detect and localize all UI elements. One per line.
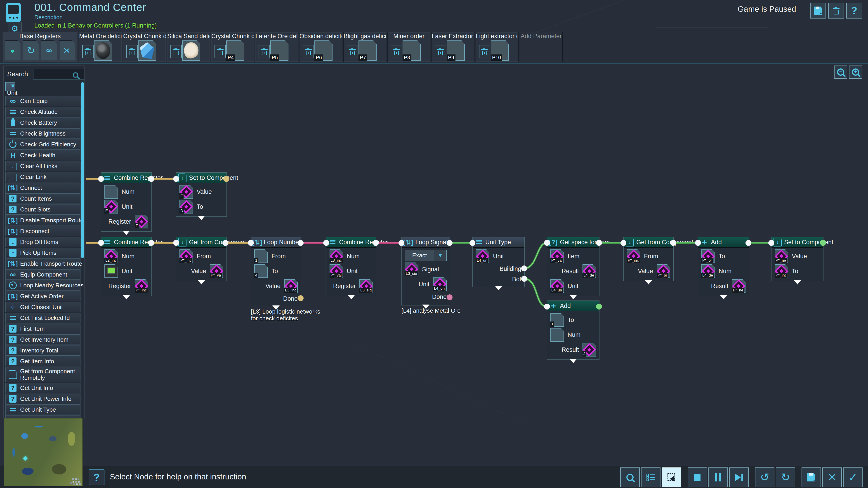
value-slot[interactable]: L4_un xyxy=(433,278,447,291)
value-slot[interactable]: D xyxy=(180,200,193,214)
sidebar-item-check-altitude[interactable]: Check Altitude xyxy=(5,107,81,117)
node-unit-type[interactable]: Unit TypeL4_unUnitBuildingBot xyxy=(472,237,525,287)
value-slot[interactable]: E xyxy=(104,200,118,214)
value-slot[interactable]: 1 xyxy=(254,250,268,263)
node-add-2[interactable]: +Add1ToNumResultJ xyxy=(547,300,599,360)
sidebar-item-enable-transport-route[interactable]: [⇅]Enable Transport Route xyxy=(5,258,81,269)
value-slot[interactable]: 1 xyxy=(550,313,564,327)
delete-parameter-button[interactable] xyxy=(303,45,314,58)
parameter-item-slot[interactable]: P4 xyxy=(226,40,244,61)
node-loop-signal[interactable]: [⇅]Loop SignalExact▼L3_sigSignalUnitL4_u… xyxy=(401,237,450,305)
canvas-zoom-in-button[interactable]: + xyxy=(849,66,862,78)
tab-parameter-8[interactable]: Miner orderP8 xyxy=(388,32,430,62)
register-slot-converge[interactable]: ↘↙↗↖ xyxy=(59,40,75,60)
node-header[interactable]: +Add xyxy=(547,301,599,311)
value-slot[interactable]: P*_inc xyxy=(180,250,193,263)
tab-parameter-7[interactable]: Blight gas deficiteP7 xyxy=(343,32,386,62)
sidebar-item-first-item[interactable]: ?First Item xyxy=(5,324,81,334)
delete-parameter-button[interactable] xyxy=(215,45,226,58)
redo-button[interactable]: ↻ xyxy=(776,467,795,487)
step-button[interactable] xyxy=(729,467,749,487)
tab-parameter-6[interactable]: Obsidian deficiteP6 xyxy=(299,32,342,62)
sidebar-item-connect[interactable]: [⇅]Connect xyxy=(5,183,81,193)
sidebar-item-disable-transport-route[interactable]: [⇅]Disable Transport Route xyxy=(5,215,81,225)
minimap[interactable] xyxy=(4,418,83,486)
value-slot[interactable]: J xyxy=(583,343,596,357)
match-mode-dropdown[interactable]: Exact▼ xyxy=(405,250,447,261)
delete-parameter-button[interactable] xyxy=(82,45,94,58)
exec-out-arrow[interactable] xyxy=(123,231,130,235)
header-help-button[interactable]: ? xyxy=(846,3,862,19)
node-get-from-component-1[interactable]: ↓Get from ComponentP*_incFromValueP*_va xyxy=(176,237,227,281)
sidebar-scrollbar[interactable] xyxy=(81,82,84,258)
node-combine-register-1[interactable]: Combine RegisterNumEUnitRegisterF xyxy=(101,172,152,232)
parameter-item-slot[interactable] xyxy=(138,40,156,61)
node-header[interactable]: Combine Register xyxy=(327,237,376,248)
exec-out-arrow[interactable] xyxy=(794,280,801,285)
sidebar-item-count-items[interactable]: ?Count Items xyxy=(5,193,81,204)
register-slot-link[interactable]: ∞ xyxy=(41,40,57,60)
value-slot[interactable]: L4_de xyxy=(702,264,715,278)
sidebar-item-unit[interactable]: ▼Unit xyxy=(5,82,16,91)
value-slot[interactable]: L4_un xyxy=(550,279,564,293)
value-slot[interactable]: P*_inc xyxy=(775,264,788,278)
sidebar-item-get-unit-type[interactable]: Get Unit Type xyxy=(5,404,81,415)
value-slot[interactable]: P*_val xyxy=(330,264,343,278)
sidebar-item-count-slots[interactable]: ?Count Slots xyxy=(5,204,81,215)
exec-out-arrow[interactable] xyxy=(495,286,502,290)
node-combine-register-2[interactable]: Combine RegisterL2_incNumUnitRegisterP*_… xyxy=(101,237,152,296)
value-slot[interactable]: P*_inc xyxy=(135,279,148,293)
node-combine-register-3[interactable]: Combine RegisterL3_incNumP*_valUnitRegis… xyxy=(326,237,376,296)
node-header[interactable]: Combine Register xyxy=(101,237,151,248)
register-slot-loop[interactable]: ↻ xyxy=(23,40,39,60)
parameter-item-slot[interactable]: P9 xyxy=(447,40,465,61)
exec-out-arrow[interactable] xyxy=(272,305,280,310)
sidebar-item-drop-off-items[interactable]: ↓Drop Off Items xyxy=(5,237,81,247)
value-slot[interactable]: F xyxy=(135,215,148,228)
value-slot[interactable]: L3_sig xyxy=(405,263,418,276)
delete-parameter-button[interactable] xyxy=(258,45,270,58)
parameter-item-slot[interactable]: P10 xyxy=(491,40,509,61)
sidebar-item-get-unit-info[interactable]: ?Get Unit Info xyxy=(5,383,81,393)
value-slot[interactable]: L3_sig xyxy=(360,279,373,293)
value-slot[interactable]: P*_ne xyxy=(775,250,788,263)
sidebar-item-inventory-total[interactable]: ?Inventory Total xyxy=(5,345,81,356)
value-slot[interactable]: P*_pr xyxy=(657,264,670,278)
tab-parameter-2[interactable]: Crystal Chunk deficite xyxy=(123,32,166,62)
parameter-item-slot[interactable] xyxy=(94,40,112,61)
tab-parameter-4[interactable]: Crystal Chunk dP4 xyxy=(211,32,254,62)
sidebar-item-loop-nearby-resources[interactable]: Loop Nearby Resources xyxy=(5,280,81,291)
exec-out-arrow[interactable] xyxy=(348,295,355,299)
stop-button[interactable] xyxy=(688,467,707,487)
delete-parameter-button[interactable] xyxy=(126,45,138,58)
value-slot[interactable] xyxy=(104,185,118,199)
confirm-button[interactable]: ✓ xyxy=(843,467,863,487)
sidebar-item-check-health[interactable]: HCheck Health xyxy=(5,150,81,160)
node-header[interactable]: ↓Set to Component xyxy=(176,173,226,183)
undo-button[interactable]: ↺ xyxy=(755,467,774,487)
canvas-zoom-out-button[interactable]: − xyxy=(834,66,847,78)
register-slot-signal[interactable]: ›› xyxy=(5,40,21,60)
value-slot[interactable]: P*_inc xyxy=(627,250,640,263)
exec-out-arrow[interactable] xyxy=(645,280,652,285)
node-set-to-component-1[interactable]: ↓Set to ComponentFValueDTo xyxy=(176,172,227,217)
value-slot[interactable]: 4 xyxy=(254,264,268,278)
delete-parameter-button[interactable] xyxy=(435,45,446,58)
exec-out-arrow[interactable] xyxy=(123,295,130,299)
sidebar-item-clear-link[interactable]: ↓Clear Link xyxy=(5,172,81,182)
exec-out-arrow[interactable] xyxy=(198,280,205,285)
value-slot[interactable] xyxy=(550,328,564,341)
tab-parameter-5[interactable]: Laterite Ore deficiteP5 xyxy=(255,32,298,62)
value-slot[interactable]: F xyxy=(180,185,193,199)
exec-out-arrow[interactable] xyxy=(720,295,727,299)
node-header[interactable]: [⇅]Loop Signal xyxy=(402,237,450,248)
sidebar-item-get-first-locked-id[interactable]: Get First Locked Id xyxy=(5,313,81,323)
delete-parameter-button[interactable] xyxy=(347,45,358,58)
tab-base-registers[interactable]: Base Registers››↻∞↘↙↗↖ xyxy=(2,32,78,62)
sidebar-item-check-grid-efficiency[interactable]: Check Grid Efficiency xyxy=(5,139,81,150)
exec-out-arrow[interactable] xyxy=(569,295,577,299)
value-slot[interactable]: L4_un xyxy=(476,250,489,263)
node-set-to-component-2[interactable]: ↓Set to ComponentP*_neValueP*_incTo xyxy=(771,237,824,281)
value-slot[interactable]: L3_inc xyxy=(330,250,343,263)
value-slot[interactable]: P*_val xyxy=(550,250,564,263)
